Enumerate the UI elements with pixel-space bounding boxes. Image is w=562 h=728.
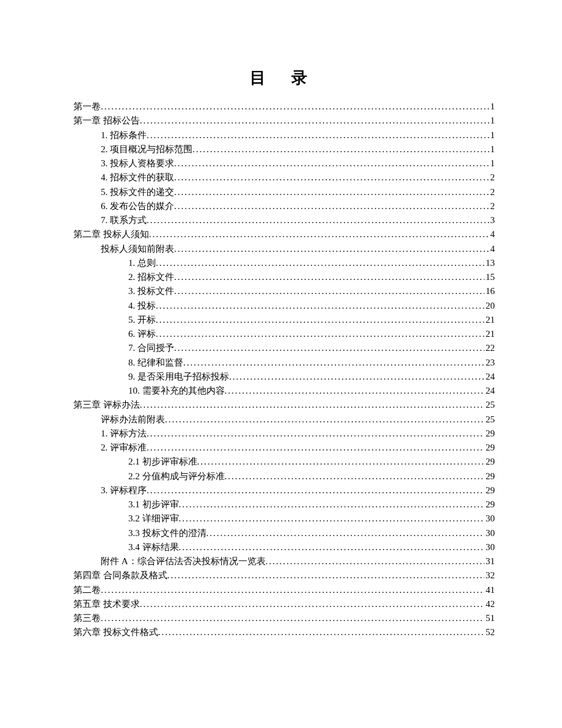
toc-entry-page: 29: [484, 469, 495, 483]
toc-entry: 2. 评审标准 29: [73, 441, 495, 455]
toc-leader-dots: [197, 455, 485, 469]
toc-entry-page: 30: [484, 540, 495, 554]
toc-entry: 1. 评标方法 29: [73, 427, 495, 441]
toc-entry-page: 1: [489, 142, 495, 156]
toc-list: 第一卷 1第一章 招标公告 11. 招标条件 12. 项目概况与招标范围 13.…: [73, 100, 495, 640]
toc-entry: 第二卷 41: [73, 583, 495, 597]
toc-entry-label: 3.1 初步评审: [128, 498, 179, 512]
toc-leader-dots: [225, 384, 485, 398]
toc-entry-page: 29: [484, 455, 495, 469]
toc-entry: 3.2 详细评审 30: [73, 512, 495, 526]
toc-entry-label: 5. 投标文件的递交: [101, 185, 174, 199]
toc-entry: 第五章 技术要求 42: [73, 597, 495, 611]
toc-leader-dots: [156, 327, 484, 341]
toc-leader-dots: [179, 540, 485, 554]
toc-entry-page: 29: [484, 498, 495, 512]
toc-entry: 3. 投标文件 16: [73, 284, 495, 298]
toc-leader-dots: [174, 185, 489, 199]
toc-entry-page: 13: [484, 256, 495, 270]
toc-entry: 第六章 投标文件格式 52: [73, 625, 495, 639]
toc-entry-label: 7. 合同授予: [128, 341, 174, 355]
toc-entry-label: 1. 评标方法: [101, 427, 147, 441]
toc-entry-label: 8. 纪律和监督: [128, 356, 183, 370]
toc-entry-page: 21: [484, 327, 495, 341]
toc-leader-dots: [174, 242, 489, 256]
toc-entry-label: 6. 发布公告的媒介: [101, 199, 174, 213]
toc-leader-dots: [147, 483, 484, 498]
toc-entry-label: 第三卷: [73, 611, 101, 625]
toc-entry-page: 24: [484, 370, 495, 384]
toc-entry: 10. 需要补充的其他内容 24: [73, 384, 495, 398]
toc-entry: 8. 纪律和监督 23: [73, 356, 495, 370]
toc-entry-page: 30: [484, 512, 495, 526]
toc-entry-label: 第二卷: [73, 583, 101, 597]
toc-entry-label: 3.3 投标文件的澄清: [128, 526, 206, 540]
toc-leader-dots: [156, 313, 484, 327]
toc-entry-label: 10. 需要补充的其他内容: [128, 384, 225, 398]
toc-entry-page: 1: [489, 100, 495, 114]
toc-entry-page: 22: [484, 341, 495, 355]
toc-entry-page: 23: [484, 356, 495, 370]
toc-leader-dots: [156, 299, 484, 313]
toc-entry: 投标人须知前附表 4: [73, 242, 495, 256]
toc-entry-label: 2. 招标文件: [128, 270, 174, 284]
toc-leader-dots: [147, 213, 489, 227]
toc-entry-page: 29: [484, 427, 495, 441]
toc-entry-label: 第六章 投标文件格式: [73, 625, 158, 639]
toc-leader-dots: [225, 469, 485, 483]
toc-entry-label: 投标人须知前附表: [101, 242, 174, 256]
toc-entry: 5. 投标文件的递交 2: [73, 185, 495, 199]
toc-entry-label: 7. 联系方式: [101, 213, 147, 227]
toc-leader-dots: [101, 611, 484, 625]
toc-entry: 4. 投标 20: [73, 299, 495, 313]
toc-leader-dots: [140, 398, 484, 412]
toc-entry: 第四章 合同条款及格式 32: [73, 568, 495, 583]
toc-leader-dots: [174, 156, 489, 171]
toc-entry: 3.4 评标结果 30: [73, 540, 495, 554]
toc-entry: 第一卷 1: [73, 100, 495, 114]
toc-entry: 3. 评标程序 29: [73, 483, 495, 498]
toc-entry-label: 3. 投标人资格要求: [101, 156, 174, 171]
toc-leader-dots: [266, 554, 484, 568]
toc-leader-dots: [101, 583, 484, 597]
toc-entry: 2.1 初步评审标准 29: [73, 455, 495, 469]
toc-entry-label: 2.2 分值构成与评分标准: [128, 469, 225, 483]
toc-leader-dots: [183, 356, 484, 370]
toc-entry: 第二章 投标人须知 4: [73, 227, 495, 241]
toc-entry: 2. 招标文件 15: [73, 270, 495, 284]
toc-entry-page: 1: [489, 128, 495, 142]
toc-leader-dots: [156, 256, 484, 270]
toc-leader-dots: [158, 625, 484, 639]
toc-entry-label: 3. 投标文件: [128, 284, 174, 298]
toc-entry-page: 21: [484, 313, 495, 327]
toc-leader-dots: [229, 370, 484, 384]
toc-entry-page: 25: [484, 398, 495, 412]
toc-leader-dots: [149, 227, 489, 241]
toc-entry: 评标办法前附表 25: [73, 413, 495, 427]
toc-entry-label: 1. 总则: [128, 256, 156, 270]
toc-leader-dots: [192, 142, 489, 156]
toc-leader-dots: [206, 526, 485, 540]
toc-entry-page: 4: [489, 242, 495, 256]
toc-entry-page: 2: [489, 185, 495, 199]
toc-entry: 9. 是否采用电子招标投标 24: [73, 370, 495, 384]
toc-leader-dots: [179, 498, 485, 512]
toc-leader-dots: [147, 441, 484, 455]
toc-entry: 3.1 初步评审 29: [73, 498, 495, 512]
toc-entry: 1. 总则 13: [73, 256, 495, 270]
toc-leader-dots: [147, 427, 484, 441]
toc-entry-label: 9. 是否采用电子招标投标: [128, 370, 229, 384]
toc-entry-page: 4: [489, 227, 495, 241]
toc-entry-label: 2.1 初步评审标准: [128, 455, 197, 469]
toc-entry-page: 24: [484, 384, 495, 398]
toc-entry: 2.2 分值构成与评分标准 29: [73, 469, 495, 483]
toc-entry-page: 2: [489, 199, 495, 213]
toc-leader-dots: [174, 270, 484, 284]
toc-leader-dots: [174, 199, 489, 213]
toc-entry-label: 第三章 评标办法: [73, 398, 140, 412]
toc-entry: 第三卷 51: [73, 611, 495, 625]
toc-entry: 5. 开标 21: [73, 313, 495, 327]
toc-entry: 7. 联系方式 3: [73, 213, 495, 227]
toc-entry-page: 52: [484, 625, 495, 639]
toc-leader-dots: [174, 171, 489, 185]
